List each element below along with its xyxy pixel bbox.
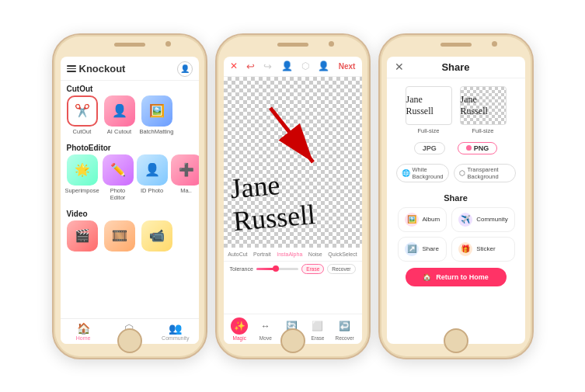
- quickselect-tab[interactable]: QuickSelect: [326, 250, 358, 258]
- recover-label: Recover: [335, 335, 353, 341]
- cutout-section-label: CutOut: [61, 81, 199, 95]
- app-title-group: Knockout: [67, 63, 126, 75]
- png-preview-thumb[interactable]: Jane Russell: [460, 86, 507, 125]
- transparent-bg-btn[interactable]: ⬡ Transparent Background: [454, 164, 516, 182]
- export-icon[interactable]: 👤: [318, 61, 329, 71]
- superimpose-item[interactable]: 🌟 Superimpose: [65, 154, 99, 201]
- album-btn[interactable]: 🖼️ Album: [398, 207, 447, 232]
- user-icon[interactable]: 👤: [177, 61, 193, 77]
- nav-home[interactable]: 🏠 Home: [61, 322, 106, 341]
- cutout-label: CutOut: [73, 128, 92, 135]
- cutout-item[interactable]: ✂️ CutOut: [65, 95, 99, 135]
- erase-tool[interactable]: ⬜ Erase: [309, 317, 326, 341]
- return-home-btn[interactable]: 🏠 Return to Home: [406, 268, 507, 286]
- editor-header: ✕ ↩ ↪ 👤 ⬡ 👤 Next: [224, 57, 362, 77]
- bg-options: 🌐 White Background ⬡ Transparent Backgro…: [387, 161, 525, 186]
- video-item-2[interactable]: 🎞️: [103, 220, 137, 252]
- white-bg-btn[interactable]: 🌐 White Background: [396, 164, 449, 182]
- share-screen: ✕ Share Jane Russell Full-size Jane Russ…: [387, 57, 525, 344]
- slider-fill: [256, 268, 273, 270]
- ai-cutout-item[interactable]: 👤 AI Cutout: [103, 95, 137, 135]
- phone1-screen: Knockout 👤 CutOut ✂️ CutOut 👤 AI Cutout: [61, 57, 199, 344]
- magic-tool[interactable]: ✨ Magic: [231, 317, 248, 341]
- close-icon[interactable]: ✕: [230, 61, 238, 71]
- share-label-btn: Share: [423, 245, 439, 252]
- magic-icon: ✨: [231, 317, 248, 335]
- share-title: Share: [441, 61, 469, 73]
- jpg-preview-item: Jane Russell Full-size: [406, 86, 452, 134]
- phone-2: ✕ ↩ ↪ 👤 ⬡ 👤 Next: [215, 33, 371, 359]
- more-item[interactable]: ➕ Ma..: [171, 154, 199, 201]
- hamburger-icon[interactable]: [67, 65, 76, 72]
- noise-tab[interactable]: Noise: [307, 250, 324, 258]
- video-item-3[interactable]: 📹: [140, 220, 174, 252]
- video-item-1[interactable]: 🎬: [65, 220, 99, 252]
- white-bg-label: White Background: [413, 166, 444, 180]
- batch-matting-icon: 🖼️: [141, 95, 172, 127]
- editor-screen: ✕ ↩ ↪ 👤 ⬡ 👤 Next: [224, 57, 362, 344]
- photo-editor-item[interactable]: ✏️ Photo Editor: [103, 154, 134, 201]
- app-title: Knockout: [79, 63, 126, 75]
- undo-icon[interactable]: ↩: [246, 61, 255, 72]
- next-button[interactable]: Next: [339, 62, 356, 71]
- home-button-2[interactable]: [280, 328, 305, 353]
- png-preview-item: Jane Russell Full-size: [460, 86, 507, 134]
- nav-home-label: Home: [76, 335, 91, 341]
- white-bg-icon: 🌐: [402, 169, 410, 177]
- tolerance-row: Tolerance Erase Recover: [224, 262, 362, 276]
- magic-label: Magic: [233, 335, 246, 341]
- share-header: ✕ Share: [387, 57, 525, 78]
- png-size-label: Full-size: [472, 127, 494, 134]
- autocutout-tab[interactable]: AutoCut: [226, 250, 249, 258]
- home-button-3[interactable]: [444, 328, 468, 353]
- redo-icon[interactable]: ↪: [263, 61, 272, 72]
- png-format-btn[interactable]: PNG: [458, 142, 498, 154]
- insta-alpha-tab[interactable]: InstaAlpha: [275, 250, 304, 258]
- move-icon: ↔️: [257, 317, 274, 335]
- sticker-icon: 🎁: [458, 242, 472, 256]
- community-btn[interactable]: ✈️ Community: [451, 207, 514, 232]
- sticker-btn[interactable]: 🎁 Sticker: [451, 237, 514, 262]
- jpg-format-btn[interactable]: JPG: [414, 142, 445, 154]
- photo-editor-label: Photo Editor: [103, 187, 134, 201]
- move-tool[interactable]: ↔️ Move: [257, 317, 274, 341]
- speaker: [114, 43, 145, 47]
- person-icon[interactable]: 👤: [281, 61, 293, 71]
- video-icon-1: 🎬: [67, 220, 98, 252]
- jpg-preview-thumb[interactable]: Jane Russell: [406, 86, 452, 125]
- nav-community-label: Community: [162, 335, 189, 341]
- preview-row: Jane Russell Full-size Jane Russell Full…: [387, 78, 525, 139]
- more-icon: ➕: [171, 154, 199, 186]
- transparent-icon: ⬡: [459, 169, 465, 177]
- share-close-icon[interactable]: ✕: [395, 61, 404, 73]
- erase-btn[interactable]: Erase: [301, 264, 324, 274]
- recover-tool[interactable]: ↩️ Recover: [335, 317, 353, 341]
- home-button-1[interactable]: [117, 328, 142, 353]
- tolerance-slider[interactable]: [256, 268, 298, 270]
- phone2-screen: ✕ ↩ ↪ 👤 ⬡ 👤 Next: [224, 57, 362, 344]
- share-icon: ↗️: [405, 242, 419, 256]
- slider-thumb: [273, 265, 279, 272]
- recover-btn[interactable]: Recover: [327, 264, 355, 274]
- portrait-tab[interactable]: Portrait: [252, 250, 273, 258]
- id-photo-item[interactable]: 👤 ID Photo: [137, 154, 168, 201]
- superimpose-label: Superimpose: [64, 187, 99, 194]
- app-menu: Knockout 👤 CutOut ✂️ CutOut 👤 AI Cutout: [61, 57, 199, 344]
- phone3-screen: ✕ Share Jane Russell Full-size Jane Russ…: [387, 57, 525, 344]
- nav-community[interactable]: 👥 Community: [152, 322, 198, 341]
- share-section-label: Share: [387, 190, 525, 207]
- video-icon-3: 📹: [141, 220, 172, 252]
- return-home-label: Return to Home: [436, 273, 489, 281]
- share-share-btn[interactable]: ↗️ Share: [398, 237, 447, 262]
- community-label: Community: [476, 216, 507, 223]
- batch-matting-label: BatchMatting: [140, 128, 174, 135]
- camera: [165, 41, 171, 47]
- batch-matting-item[interactable]: 🖼️ BatchMatting: [140, 95, 174, 135]
- community-share-icon: ✈️: [458, 213, 472, 227]
- crop-icon[interactable]: ⬡: [301, 61, 309, 71]
- cutout-grid: ✂️ CutOut 👤 AI Cutout 🖼️ BatchMatting: [61, 95, 199, 140]
- eraser-icon: ⬜: [309, 317, 326, 335]
- share-grid: 🖼️ Album ✈️ Community ↗️ Share 🎁 Sticker: [387, 207, 525, 268]
- camera-3: [492, 41, 497, 47]
- ai-cutout-icon: 👤: [104, 95, 135, 127]
